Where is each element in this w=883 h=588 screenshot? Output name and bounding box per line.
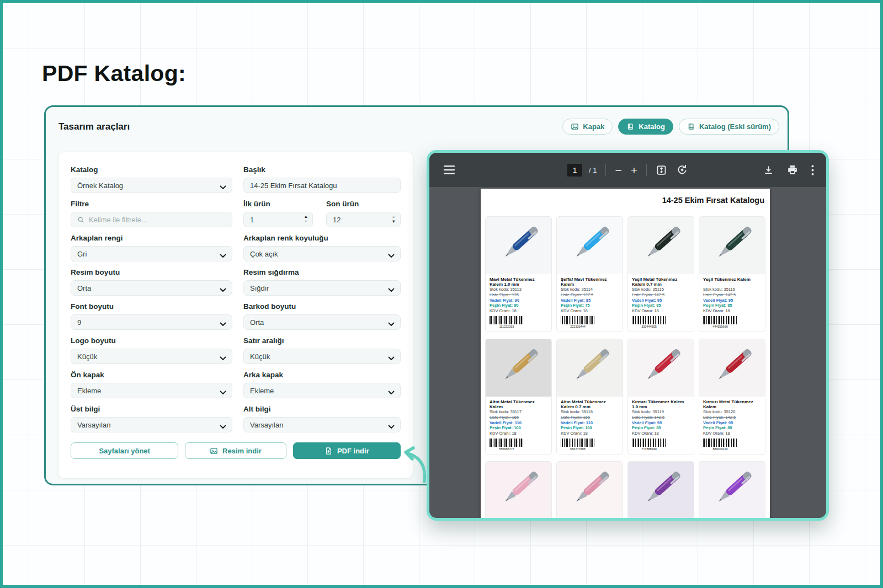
zoom-in-icon[interactable]: + bbox=[631, 164, 637, 176]
tab-label: Kapak bbox=[583, 122, 604, 131]
font-boyutu-select[interactable]: 9 bbox=[71, 314, 232, 330]
rotate-icon[interactable] bbox=[676, 164, 688, 176]
pen-image bbox=[563, 218, 616, 273]
form-field-filtre: Filtre bbox=[71, 200, 232, 227]
form-field-resim_sigdirma: Resim sığdırmaSığdır bbox=[243, 268, 401, 296]
select-value: Küçük bbox=[77, 352, 97, 361]
barcode-bars bbox=[490, 316, 524, 324]
select-value: Gri bbox=[77, 250, 87, 258]
form-row: Ön kapakEklemeArka kapakEkleme bbox=[71, 371, 401, 398]
spinner-down-icon[interactable]: ▼ bbox=[304, 220, 308, 224]
barcode-bars bbox=[561, 316, 595, 324]
select-value: Varsayılan bbox=[250, 421, 283, 429]
sayfalari-yonet-button[interactable]: Sayfaları yönet bbox=[71, 442, 178, 459]
field-label: Resim sığdırma bbox=[243, 268, 401, 276]
spinner-up-icon[interactable]: ▲ bbox=[304, 215, 308, 219]
ust-bilgi-select[interactable]: Varsayılan bbox=[71, 417, 232, 432]
select-value: Çok açık bbox=[250, 250, 278, 258]
form-field-ust_bilgi: Üst bilgiVarsayılan bbox=[71, 405, 232, 432]
pdf-page: 14-25 Ekim Fırsat Katalogu Mavi Metal Tü… bbox=[481, 189, 770, 518]
zoom-out-icon[interactable]: − bbox=[615, 164, 621, 176]
barcode: 333444555 bbox=[632, 316, 690, 328]
spinner-buttons: ▲▼ bbox=[304, 215, 308, 224]
product-info: Yeşil Metal Tükenmez Kalem 0.7 mmStok ko… bbox=[628, 274, 694, 332]
form-field-on_kapak: Ön kapakEkleme bbox=[71, 371, 232, 398]
son-urun-stepper[interactable]: 12▲▼ bbox=[326, 212, 401, 227]
product-info: Kırmızı Tükenmez Kalem 1.0 mmStok kodu: … bbox=[628, 397, 694, 454]
pen-image bbox=[706, 340, 759, 395]
print-icon[interactable] bbox=[787, 164, 798, 175]
page-number-input[interactable]: 1 bbox=[567, 164, 582, 177]
screen: PDF Katalog: Tasarım araçları KapakKatal… bbox=[0, 0, 883, 588]
product-image bbox=[486, 339, 551, 397]
pen-image bbox=[492, 463, 545, 518]
menu-icon[interactable] bbox=[444, 165, 455, 174]
baslik-input[interactable] bbox=[243, 178, 401, 193]
katalog-select[interactable]: Örnek Katalog bbox=[71, 178, 232, 193]
select-value: Ekleme bbox=[77, 387, 101, 395]
button-label: PDF indir bbox=[337, 447, 369, 455]
barkod-boyutu-select[interactable]: Orta bbox=[243, 314, 401, 330]
search-input[interactable] bbox=[89, 216, 226, 224]
product-kdv: KDV Oranı: 18 bbox=[490, 431, 547, 436]
form-field-arkaplan_koyulugu: Arkaplan renk koyuluğuÇok açık bbox=[243, 234, 401, 261]
on-kapak-select[interactable]: Ekleme bbox=[71, 383, 232, 398]
arkaplan-koyulugu-select[interactable]: Çok açık bbox=[243, 246, 401, 261]
download-icon[interactable] bbox=[763, 165, 774, 175]
field-label: Barkod boyutu bbox=[243, 302, 401, 311]
chevron-down-icon bbox=[220, 320, 226, 324]
arkaplan-rengi-select[interactable]: Gri bbox=[71, 246, 232, 261]
form-field-pair: İlk ürün1▲▼Son ürün12▲▼ bbox=[243, 200, 401, 227]
tab-katalog[interactable]: Katalog bbox=[618, 119, 673, 135]
spinner-up-icon[interactable]: ▲ bbox=[392, 215, 396, 219]
filtre-input[interactable] bbox=[71, 212, 232, 227]
pdf-indir-button[interactable]: PDF indir bbox=[293, 442, 401, 459]
barcode: 111222333 bbox=[490, 316, 547, 328]
product-list-price: Liste Fiyatı: 142.5 bbox=[632, 415, 690, 420]
tab-label: Katalog (Eski sürüm) bbox=[699, 122, 771, 131]
chevron-down-icon bbox=[220, 354, 226, 359]
field-label: Resim boyutu bbox=[71, 268, 232, 276]
pen-image bbox=[635, 340, 688, 395]
pdf-content-area[interactable]: 14-25 Ekim Fırsat Katalogu Mavi Metal Tü… bbox=[429, 187, 826, 518]
product-pesin-price: Peşin Fiyat: 85 bbox=[632, 303, 690, 308]
ilk-urun-stepper[interactable]: 1▲▼ bbox=[243, 212, 313, 227]
product-image bbox=[557, 339, 623, 397]
chevron-down-icon bbox=[388, 286, 395, 290]
form-actions: Sayfaları yönetResim indirPDF indir bbox=[71, 442, 401, 459]
barcode-number: 777888999 bbox=[632, 447, 666, 451]
barcode: 555666777 bbox=[490, 439, 547, 451]
number-value: 12 bbox=[333, 216, 341, 224]
products-grid: Mavi Metal Tükenmez Kalem 1.0 mmStok kod… bbox=[485, 216, 765, 518]
logo-boyutu-select[interactable]: Küçük bbox=[71, 349, 232, 364]
barcode: 444555666 bbox=[703, 316, 761, 328]
barcode: 666777888 bbox=[561, 439, 619, 451]
arka-kapak-select[interactable]: Ekleme bbox=[243, 383, 401, 398]
field-label: İlk ürün bbox=[243, 200, 313, 208]
product-stock-code: Stok kodu: 35116 bbox=[703, 287, 761, 292]
product-vadeli-price: Vadeli Fiyat: 95 bbox=[703, 298, 761, 303]
product-pesin-price: Peşin Fiyat: 100 bbox=[561, 425, 619, 431]
select-value: 9 bbox=[77, 318, 81, 327]
tab-kapak[interactable]: Kapak bbox=[562, 119, 613, 135]
form-field-katalog: KatalogÖrnek Katalog bbox=[71, 165, 232, 193]
resim-sigdirma-select[interactable]: Sığdır bbox=[243, 280, 401, 296]
field-label: Alt bilgi bbox=[243, 405, 401, 413]
form-field-barkod_boyutu: Barkod boyutuOrta bbox=[243, 302, 401, 330]
spinner-down-icon[interactable]: ▼ bbox=[392, 220, 396, 224]
pen-image bbox=[492, 340, 545, 395]
tab-katalog-eski[interactable]: Katalog (Eski sürüm) bbox=[679, 119, 779, 135]
satir-araligi-select[interactable]: Küçük bbox=[243, 349, 401, 364]
resim-boyutu-select[interactable]: Orta bbox=[71, 280, 232, 296]
product-image bbox=[486, 462, 551, 518]
fit-page-icon[interactable] bbox=[656, 164, 667, 176]
resim-indir-button[interactable]: Resim indir bbox=[185, 442, 286, 459]
pdf-toolbar: 1 / 1 − + bbox=[429, 153, 826, 187]
text-input[interactable] bbox=[250, 181, 394, 190]
select-value: Küçük bbox=[250, 352, 270, 361]
product-list-price: Liste Fiyatı: 142.5 bbox=[703, 292, 761, 298]
form-field-satir_araligi: Satır aralığıKüçük bbox=[243, 336, 401, 364]
product-image bbox=[557, 462, 623, 518]
more-options-icon[interactable] bbox=[811, 165, 814, 175]
alt-bilgi-select[interactable]: Varsayılan bbox=[243, 417, 401, 432]
